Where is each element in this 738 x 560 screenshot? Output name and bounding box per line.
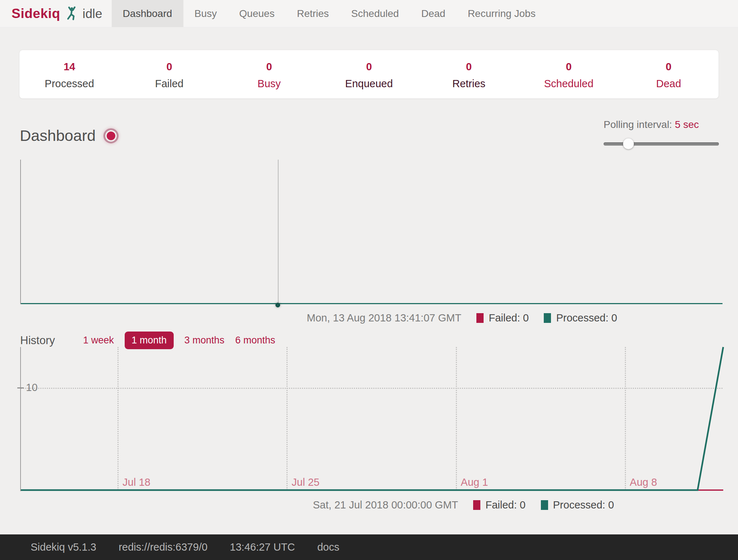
stat-dead-value: 0: [666, 61, 671, 73]
processed-swatch-icon: [544, 313, 551, 323]
stat-processed: 14 Processed: [19, 50, 119, 98]
stats-summary-card: 14 Processed 0 Failed 0 Busy 0 Enqueued …: [19, 50, 719, 99]
slider-track: [604, 142, 719, 146]
stat-retries: 0 Retries: [419, 50, 519, 98]
failed-swatch-icon: [473, 500, 480, 510]
history-header: History 1 week 1 month 3 months 6 months: [20, 332, 275, 349]
realtime-legend-failed: Failed: 0: [476, 312, 529, 324]
polling-slider[interactable]: [604, 139, 719, 148]
history-range-picker: 1 week 1 month 3 months 6 months: [83, 332, 275, 349]
runner-icon: [65, 6, 79, 21]
x-tick-label: Jul 25: [292, 476, 319, 488]
footer-docs-link[interactable]: docs: [317, 541, 339, 553]
footer: Sidekiq v5.1.3 redis://redis:6379/0 13:4…: [0, 534, 738, 560]
stat-enqueued-value: 0: [366, 61, 372, 73]
realtime-legend: Mon, 13 Aug 2018 13:41:07 GMT Failed: 0 …: [93, 312, 738, 324]
stat-processed-label: Processed: [45, 78, 94, 90]
x-tick-label: Jul 18: [123, 476, 150, 488]
tab-recurring-jobs[interactable]: Recurring Jobs: [457, 0, 547, 27]
history-legend-failed: Failed: 0: [473, 499, 525, 511]
slider-thumb[interactable]: [623, 138, 634, 149]
range-1-month[interactable]: 1 month: [125, 332, 174, 349]
worker-status: idle: [83, 6, 102, 21]
tab-scheduled[interactable]: Scheduled: [340, 0, 410, 27]
tab-dead[interactable]: Dead: [410, 0, 457, 27]
tab-dashboard[interactable]: Dashboard: [112, 0, 183, 27]
history-legend-timestamp: Sat, 21 Jul 2018 00:00:00 GMT: [313, 499, 458, 511]
range-3-months[interactable]: 3 months: [184, 335, 224, 346]
stat-failed: 0 Failed: [119, 50, 219, 98]
series-line-processed: [21, 347, 723, 490]
x-tick-label: Aug 1: [461, 476, 488, 488]
page-title: Dashboard: [20, 127, 119, 145]
brand-group: Sidekiq idle: [0, 0, 112, 27]
polling-label: Polling interval:: [604, 119, 672, 130]
history-title: History: [20, 334, 55, 347]
stat-dead-link[interactable]: Dead: [656, 78, 681, 90]
stat-busy: 0 Busy: [219, 50, 319, 98]
history-legend: Sat, 21 Jul 2018 00:00:00 GMT Failed: 0 …: [94, 499, 738, 511]
tab-retries[interactable]: Retries: [286, 0, 340, 27]
stat-scheduled-value: 0: [566, 61, 572, 73]
range-6-months[interactable]: 6 months: [235, 335, 275, 346]
footer-version: Sidekiq v5.1.3: [31, 541, 96, 553]
history-series-lines: [21, 347, 723, 491]
sidekiq-logo[interactable]: Sidekiq: [12, 6, 60, 21]
stat-busy-link[interactable]: Busy: [258, 78, 281, 90]
polling-value[interactable]: 5 sec: [675, 119, 699, 130]
processed-swatch-icon: [541, 500, 548, 510]
history-legend-processed: Processed: 0: [541, 499, 614, 511]
stat-failed-label: Failed: [155, 78, 183, 90]
chart-cursor-point: [275, 303, 280, 307]
footer-redis-url: redis://redis:6379/0: [119, 541, 208, 553]
stat-enqueued-link[interactable]: Enqueued: [345, 78, 393, 90]
stat-scheduled-link[interactable]: Scheduled: [544, 78, 593, 90]
realtime-legend-timestamp: Mon, 13 Aug 2018 13:41:07 GMT: [307, 312, 461, 324]
history-chart[interactable]: 10 Jul 18 Jul 25 Aug 1 Aug 8: [20, 347, 723, 491]
stat-busy-value: 0: [266, 61, 272, 73]
tab-busy[interactable]: Busy: [183, 0, 228, 27]
realtime-chart[interactable]: [20, 160, 723, 304]
page-title-text: Dashboard: [20, 127, 95, 145]
footer-time: 13:46:27 UTC: [230, 541, 295, 553]
stat-failed-value: 0: [166, 61, 172, 73]
stat-enqueued: 0 Enqueued: [319, 50, 419, 98]
stat-retries-link[interactable]: Retries: [452, 78, 485, 90]
live-beacon-icon: [103, 128, 119, 143]
stat-scheduled: 0 Scheduled: [519, 50, 619, 98]
chart-cursor-line: [278, 160, 279, 303]
navbar: Sidekiq idle Dashboard Busy Queues Retri…: [0, 0, 738, 27]
sidekiq-dashboard-page: Sidekiq idle Dashboard Busy Queues Retri…: [0, 0, 738, 560]
x-tick-label: Aug 8: [630, 476, 657, 488]
failed-swatch-icon: [476, 313, 484, 323]
realtime-legend-processed: Processed: 0: [544, 312, 617, 324]
stat-retries-value: 0: [466, 61, 472, 73]
stat-dead: 0 Dead: [619, 50, 719, 98]
stat-processed-value: 14: [63, 61, 75, 73]
processed-line: [21, 303, 723, 304]
nav-tabs: Dashboard Busy Queues Retries Scheduled …: [112, 0, 547, 27]
tab-queues[interactable]: Queues: [228, 0, 286, 27]
range-1-week[interactable]: 1 week: [83, 335, 114, 346]
polling-control: Polling interval: 5 sec: [604, 119, 719, 148]
